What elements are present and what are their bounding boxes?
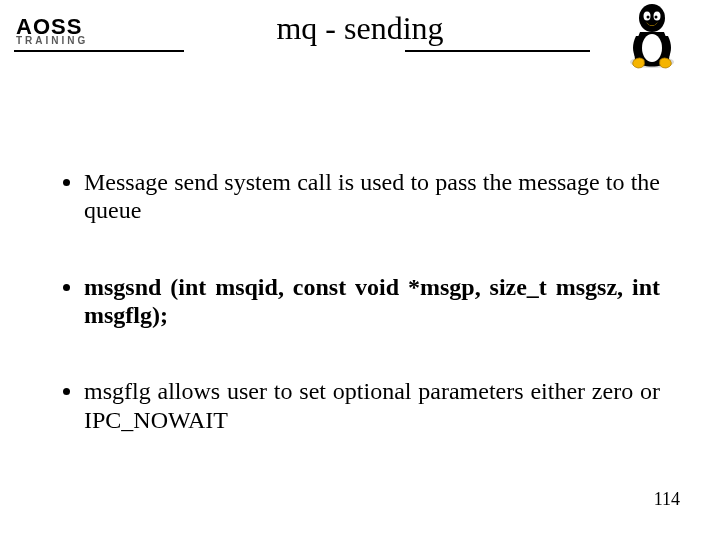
slide: AOSS TRAINING mq - sending xyxy=(0,0,720,540)
svg-point-2 xyxy=(642,34,662,62)
slide-body: Message send system call is used to pass… xyxy=(60,168,660,434)
slide-header: AOSS TRAINING mq - sending xyxy=(0,0,720,74)
bullet-text: msgsnd (int msqid, const void *msgp, siz… xyxy=(84,274,660,328)
bullet-text: Message send system call is used to pass… xyxy=(84,169,660,223)
svg-point-6 xyxy=(655,16,658,19)
svg-point-1 xyxy=(639,4,665,32)
header-rule-right xyxy=(405,50,590,52)
header-rule-left xyxy=(14,50,184,52)
slide-title: mq - sending xyxy=(0,10,720,47)
page-number: 114 xyxy=(654,489,680,510)
svg-point-5 xyxy=(647,16,650,19)
bullet-item: msgsnd (int msqid, const void *msgp, siz… xyxy=(84,273,660,330)
tux-icon xyxy=(622,2,682,70)
bullet-item: Message send system call is used to pass… xyxy=(84,168,660,225)
bullet-list: Message send system call is used to pass… xyxy=(60,168,660,434)
bullet-item: msgflg allows user to set optional param… xyxy=(84,377,660,434)
bullet-text: msgflg allows user to set optional param… xyxy=(84,378,660,432)
